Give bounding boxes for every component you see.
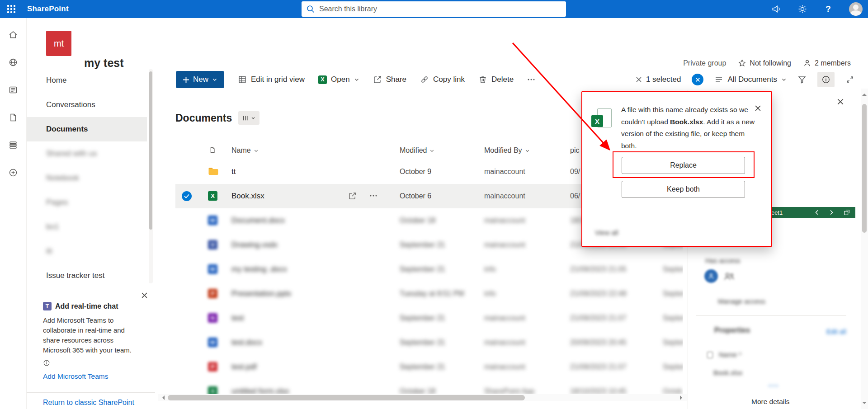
app-launcher-icon[interactable] — [0, 0, 23, 18]
sidebar-nav-item[interactable]: Home — [27, 68, 147, 93]
sidebar-nav-item[interactable]: itt — [27, 239, 147, 263]
view-all-link[interactable]: View all — [595, 229, 618, 236]
view-options-chip[interactable] — [238, 111, 259, 125]
sheet-next-icon[interactable] — [829, 210, 834, 215]
keep-both-button[interactable]: Keep both — [622, 181, 745, 198]
more-details-button[interactable]: More details — [751, 398, 789, 406]
column-name[interactable]: Name — [231, 146, 259, 155]
delete-button[interactable]: Delete — [478, 75, 514, 84]
file-name[interactable]: my testing .docx — [231, 265, 287, 274]
members-group-icon[interactable] — [723, 271, 735, 281]
dialog-close-icon[interactable] — [755, 105, 761, 112]
file-name[interactable]: Presentation.pptx — [231, 289, 291, 298]
scroll-up-icon[interactable] — [862, 91, 867, 96]
file-name[interactable]: test — [231, 314, 244, 323]
sidebar-nav-item[interactable]: Issue tracker test — [27, 263, 147, 288]
sidebar-nav-item[interactable]: Notebook — [27, 166, 147, 190]
file-name[interactable]: test.pdf — [231, 362, 257, 371]
document-icon[interactable] — [8, 113, 18, 122]
sidebar-scroll-thumb[interactable] — [149, 71, 152, 230]
help-icon[interactable]: ? — [824, 4, 833, 14]
table-row[interactable]: W my testing .docx September 21 info 21/… — [175, 257, 683, 282]
row-select-checkbox[interactable] — [182, 313, 192, 323]
share-button[interactable]: Share — [373, 75, 406, 84]
row-actions[interactable] — [348, 192, 377, 200]
table-row[interactable]: P Presentation.pptx Tuesday at 8:51 PM i… — [175, 282, 683, 306]
classic-sharepoint-link[interactable]: Return to classic SharePoint — [43, 399, 134, 406]
vertical-scrollbar[interactable] — [861, 89, 868, 409]
row-select-checkbox[interactable] — [182, 191, 192, 201]
filter-button[interactable] — [797, 75, 807, 84]
sidebar-nav-item[interactable]: Pages — [27, 190, 147, 215]
sidebar-nav-item[interactable]: Shared with us — [27, 141, 147, 166]
manage-access-button[interactable]: Manage access — [718, 297, 765, 305]
panel-close-icon[interactable] — [837, 98, 844, 105]
vertical-scroll-thumb[interactable] — [862, 104, 867, 233]
view-selector-button[interactable]: All Documents — [714, 75, 787, 84]
selection-pill-button[interactable] — [692, 74, 703, 85]
file-name[interactable]: test.docx — [231, 338, 262, 347]
globe-icon[interactable] — [8, 57, 18, 67]
chat-card-close-icon[interactable] — [141, 292, 148, 299]
ellipsis-icon[interactable] — [369, 192, 377, 200]
row-select-checkbox[interactable] — [182, 338, 192, 348]
info-icon[interactable] — [43, 359, 147, 367]
table-row[interactable]: P test.pdf September 21 mainaccount 21/0… — [175, 355, 683, 379]
announcements-icon[interactable] — [771, 4, 781, 14]
member-avatar[interactable] — [704, 269, 718, 283]
share-icon[interactable] — [348, 192, 357, 200]
account-avatar[interactable] — [849, 2, 863, 16]
file-name[interactable]: Book.xlsx — [231, 192, 264, 201]
modified-by-cell: mainaccount — [484, 363, 525, 371]
sidebar-nav-item[interactable]: Documents — [27, 117, 147, 141]
column-modified-by[interactable]: Modified By — [484, 146, 530, 155]
settings-gear-icon[interactable] — [797, 4, 807, 14]
sidebar-scrollbar[interactable] — [149, 69, 153, 283]
row-select-checkbox[interactable] — [182, 289, 192, 299]
horizontal-scroll-thumb[interactable] — [168, 395, 525, 400]
sidebar-nav-item[interactable]: Conversations — [27, 93, 147, 117]
row-select-checkbox[interactable] — [182, 362, 192, 372]
row-select-checkbox[interactable] — [182, 264, 192, 274]
sheet-prev-icon[interactable] — [815, 210, 819, 215]
sidebar-nav-item[interactable]: bo1 — [27, 215, 147, 239]
column-extra[interactable]: pic — [570, 146, 579, 155]
clear-selection-button[interactable]: 1 selected — [636, 75, 681, 84]
add-teams-link[interactable]: Add Microsoft Teams — [43, 372, 147, 381]
lists-icon[interactable] — [8, 140, 18, 150]
scroll-right-icon[interactable] — [680, 395, 684, 400]
follow-button[interactable]: Not following — [738, 59, 791, 67]
open-button[interactable]: X Open — [318, 75, 359, 84]
copy-link-button[interactable]: Copy link — [420, 75, 465, 84]
table-row[interactable]: N test September 21 mainaccount 21/09/20… — [175, 306, 683, 330]
search-box[interactable] — [302, 1, 566, 17]
site-logo[interactable]: mt — [46, 31, 71, 56]
replace-button[interactable]: Replace — [622, 157, 745, 174]
name-field-value[interactable]: Book.xlsx — [713, 369, 742, 376]
search-input[interactable] — [319, 5, 561, 13]
members-button[interactable]: 2 members — [803, 59, 851, 67]
edit-all-link[interactable]: Edit all — [826, 328, 846, 335]
popout-icon[interactable] — [844, 209, 850, 216]
fullscreen-button[interactable] — [845, 75, 854, 84]
file-name[interactable]: Drawing.vsdx — [231, 240, 278, 249]
table-row[interactable]: W test.docx September 21 mainaccount 20/… — [175, 330, 683, 355]
news-icon[interactable] — [8, 85, 18, 95]
chevron-down-icon — [212, 77, 217, 82]
new-button[interactable]: New — [176, 71, 224, 88]
show-more-ellipsis[interactable]: ··· — [769, 381, 779, 391]
details-pane-toggle[interactable] — [817, 72, 835, 87]
file-name[interactable]: tt — [231, 167, 236, 176]
home-icon[interactable] — [8, 30, 18, 40]
horizontal-scrollbar[interactable] — [158, 394, 687, 401]
column-modified[interactable]: Modified — [400, 146, 434, 155]
file-name[interactable]: Document.docx — [231, 216, 285, 225]
row-select-checkbox[interactable] — [182, 167, 192, 177]
create-site-icon[interactable] — [8, 168, 18, 178]
edit-grid-button[interactable]: Edit in grid view — [238, 75, 305, 84]
row-select-checkbox[interactable] — [182, 240, 192, 250]
scroll-down-icon[interactable] — [862, 402, 867, 406]
row-select-checkbox[interactable] — [182, 216, 192, 226]
more-commands-button[interactable] — [527, 75, 535, 84]
scroll-left-icon[interactable] — [160, 395, 165, 400]
